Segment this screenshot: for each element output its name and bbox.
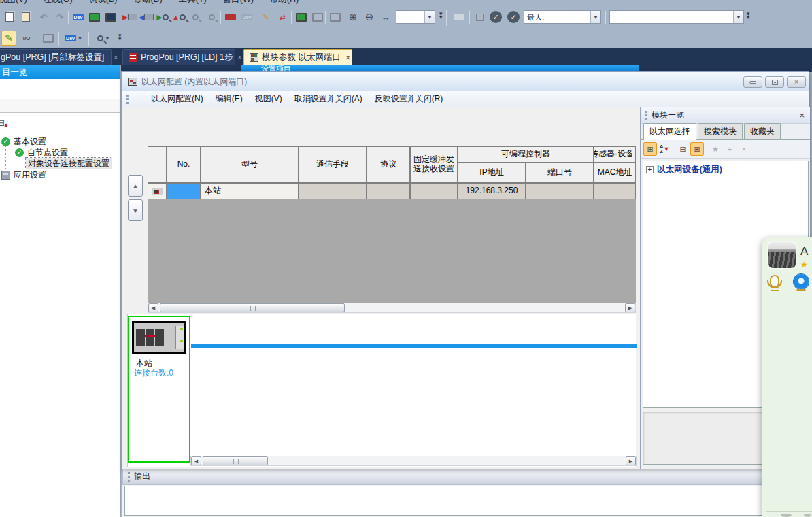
statement-icon[interactable]: ✎ bbox=[258, 10, 273, 24]
tree-item-ethernet-device[interactable]: + 以太网设备(通用) bbox=[643, 161, 808, 176]
tab1-close-icon[interactable]: × bbox=[114, 53, 118, 61]
monitor-screen-icon[interactable] bbox=[87, 10, 102, 24]
row-model-cell[interactable]: 本站 bbox=[201, 183, 299, 199]
output-panel-grip[interactable] bbox=[128, 472, 130, 482]
selected-station-box[interactable]: 本站 连接台数:0 bbox=[128, 316, 190, 463]
menu-tools[interactable]: 工具(T) bbox=[171, 0, 215, 5]
output-panel-header[interactable]: 输出 bbox=[122, 468, 812, 485]
webcam-icon[interactable] bbox=[794, 274, 809, 289]
menu-view[interactable]: 视图(V) bbox=[0, 0, 35, 5]
watch-window-icon[interactable] bbox=[328, 10, 343, 24]
dialog-titlebar[interactable]: 以太网配置 (内置以太网端口) bbox=[122, 72, 809, 91]
add-favorite-icon[interactable]: + bbox=[723, 142, 737, 156]
write-to-plc-icon[interactable]: ▶ bbox=[122, 10, 137, 24]
row-protocol-cell[interactable] bbox=[367, 183, 410, 199]
menu-ethernet-config[interactable]: 以太网配置(N) bbox=[145, 93, 209, 105]
edit-mode-icon[interactable]: ✎ bbox=[1, 31, 16, 46]
tree-item-target-device-setting[interactable]: 对象设备连接配置设置 bbox=[26, 158, 112, 169]
device-memory-disabled-icon[interactable]: Dev bbox=[239, 10, 254, 24]
canvas-hscrollbar[interactable]: ◀ ▶ bbox=[190, 456, 637, 466]
monitor-start-icon[interactable] bbox=[294, 10, 309, 24]
module-panel-grip[interactable] bbox=[645, 111, 647, 120]
verify-disabled-icon[interactable] bbox=[188, 10, 203, 24]
menu-reflect-close[interactable]: 反映设置并关闭(R) bbox=[369, 93, 450, 105]
menu-help[interactable]: 帮助(H) bbox=[262, 0, 307, 5]
stop-icon[interactable] bbox=[472, 10, 487, 24]
device-comment-icon[interactable]: Dev bbox=[71, 10, 86, 24]
module-panel-header[interactable]: 模块一览 × bbox=[641, 107, 810, 124]
close-button[interactable]: × bbox=[787, 76, 806, 88]
zoom-scale-combobox[interactable]: ▼ bbox=[396, 10, 435, 24]
profile-thumbnail[interactable] bbox=[767, 241, 797, 269]
canvas-scroll-right-icon[interactable]: ▶ bbox=[626, 456, 636, 465]
device-search-icon[interactable]: ▼ bbox=[92, 31, 114, 46]
collapse-all-icon[interactable]: ⊟ bbox=[676, 142, 690, 156]
sort-az-icon[interactable]: AZ▼ bbox=[658, 142, 671, 156]
move-row-up-button[interactable]: ▲ bbox=[128, 175, 143, 197]
check-step-icon[interactable]: ✓ bbox=[488, 10, 503, 24]
toolbar-overflow-icon[interactable]: ▾▾ bbox=[439, 12, 443, 19]
table-hscroll-thumb[interactable] bbox=[160, 303, 345, 312]
delete-favorite-icon[interactable]: × bbox=[737, 142, 751, 156]
row-ip-cell[interactable]: 192.168.3.250 bbox=[458, 183, 526, 199]
canvas-scroll-left-icon[interactable]: ◀ bbox=[191, 456, 201, 465]
fit-width-icon[interactable]: ↔ bbox=[378, 10, 393, 24]
hw-config-icon[interactable] bbox=[103, 10, 118, 24]
snapshot-icon[interactable] bbox=[452, 10, 467, 24]
row-comm-cell[interactable] bbox=[299, 183, 367, 199]
search-device-disabled-icon[interactable] bbox=[204, 10, 219, 24]
menubar-grip[interactable] bbox=[126, 95, 141, 104]
monitor-stop-icon[interactable] bbox=[310, 10, 325, 24]
tree-item-application-setting[interactable]: 应用设置 bbox=[1, 169, 46, 180]
list-view-icon[interactable]: ⊞ bbox=[643, 142, 657, 156]
tab-progpou-ld[interactable]: ProgPou [PRG] [LD] 1步 bbox=[122, 49, 235, 65]
scroll-left-icon[interactable]: ◀ bbox=[148, 303, 158, 312]
zoom-in-icon[interactable]: ⊕ bbox=[345, 10, 360, 24]
verify-with-plc-icon[interactable]: ▶ bbox=[155, 10, 170, 24]
row-module-icon-cell[interactable] bbox=[148, 183, 167, 199]
tree-item-own-node-setting[interactable]: ✓ 自节点设置 bbox=[15, 147, 68, 158]
menu-cancel-close[interactable]: 取消设置并关闭(A) bbox=[288, 93, 369, 105]
max-combobox[interactable]: 最大: -------▼ bbox=[524, 10, 601, 24]
check-all-icon[interactable]: ✓ bbox=[506, 10, 521, 24]
transfer-setup-icon[interactable]: ⇄ bbox=[275, 10, 290, 24]
tab-search-module[interactable]: 搜索模块 bbox=[698, 123, 743, 139]
menu-window[interactable]: 窗口(W) bbox=[215, 0, 262, 5]
canvas-hscroll-thumb[interactable] bbox=[203, 456, 268, 465]
tab-module-param-ethernet[interactable]: 模块参数 以太网端口 × bbox=[243, 49, 352, 65]
favorite-star-icon[interactable]: ★ bbox=[709, 142, 722, 156]
scroll-right-icon[interactable]: ▶ bbox=[625, 303, 635, 312]
device-display-icon[interactable]: Dev▼ bbox=[63, 31, 84, 46]
tab2-close-icon[interactable]: × bbox=[237, 53, 241, 61]
collapse-tree-icon[interactable]: ⊟▲ bbox=[0, 118, 5, 128]
row-port-cell[interactable] bbox=[526, 183, 594, 199]
menu-view2[interactable]: 视图(V) bbox=[249, 93, 288, 105]
expand-plus-icon[interactable]: + bbox=[646, 166, 654, 173]
row-no-cell[interactable] bbox=[167, 183, 201, 199]
wide-combobox[interactable]: ▼ bbox=[609, 10, 744, 24]
menu-edit[interactable]: 编辑(E) bbox=[209, 93, 249, 105]
output-panel-content[interactable] bbox=[124, 486, 810, 516]
paste-icon[interactable] bbox=[18, 10, 33, 24]
menu-debug[interactable]: 调试(B) bbox=[81, 0, 126, 5]
device-memory-icon[interactable]: Dev bbox=[223, 10, 238, 24]
restore-button[interactable] bbox=[765, 76, 784, 88]
table-hscrollbar[interactable]: ◀ ▶ bbox=[148, 303, 636, 313]
edit-toolbar-overflow-icon[interactable]: ▾▾ bbox=[118, 34, 122, 41]
row-buffer-cell[interactable] bbox=[410, 183, 458, 199]
navigation-empty-row[interactable] bbox=[0, 79, 120, 99]
navigation-empty-row2[interactable] bbox=[0, 99, 120, 113]
read-from-plc-icon[interactable]: ◀ bbox=[139, 10, 154, 24]
io-mode-icon[interactable]: I/O bbox=[19, 31, 34, 46]
toolbar-overflow2-icon[interactable]: ▾▾ bbox=[747, 12, 750, 19]
tab3-close-icon[interactable]: × bbox=[345, 53, 350, 63]
tab-ethernet-selection[interactable]: 以太网选择 bbox=[643, 123, 696, 140]
undo-icon[interactable]: ↶ bbox=[36, 10, 51, 24]
disabled-tool-icon[interactable] bbox=[41, 31, 56, 46]
move-row-down-button[interactable]: ▼ bbox=[128, 199, 143, 221]
minimize-button[interactable] bbox=[743, 76, 762, 88]
expand-all-icon[interactable]: ⊞ bbox=[690, 142, 704, 156]
menu-diagnostics[interactable]: 诊断(D) bbox=[125, 0, 170, 5]
network-canvas[interactable]: 本站 连接台数:0 ◀ ▶ bbox=[127, 314, 636, 467]
redo-icon[interactable]: ↷ bbox=[52, 10, 67, 24]
